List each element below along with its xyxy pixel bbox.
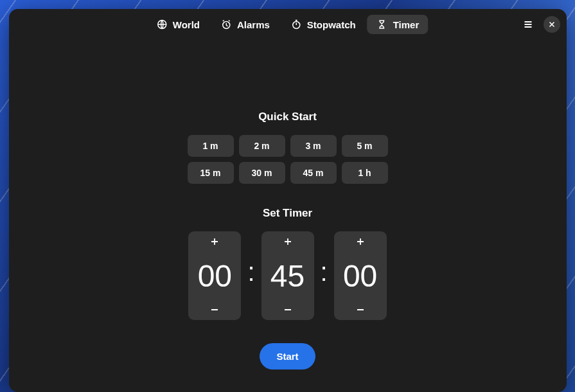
minus-icon — [283, 305, 292, 314]
preset-button[interactable]: 3 m — [290, 135, 337, 157]
preset-button[interactable]: 30 m — [239, 162, 285, 184]
tab-stopwatch[interactable]: Stopwatch — [281, 15, 365, 34]
preset-button[interactable]: 5 m — [342, 135, 388, 157]
hours-increment[interactable] — [188, 231, 241, 252]
tab-label: World — [173, 19, 200, 30]
start-button[interactable]: Start — [260, 343, 315, 370]
tab-label: Stopwatch — [307, 19, 356, 30]
preset-button[interactable]: 15 m — [188, 162, 234, 184]
globe-icon — [156, 19, 168, 30]
seconds-spinner: 00 — [334, 231, 387, 320]
timer-content: Quick Start 1 m 2 m 3 m 5 m 15 m 30 m 45… — [9, 40, 567, 392]
close-icon — [549, 21, 555, 28]
hours-value[interactable]: 00 — [188, 252, 241, 299]
preset-button[interactable]: 1 m — [188, 135, 234, 157]
hours-spinner: 00 — [188, 231, 241, 320]
tab-label: Alarms — [237, 19, 270, 30]
menu-button[interactable] — [518, 14, 538, 35]
preset-button[interactable]: 2 m — [239, 135, 285, 157]
tab-timer[interactable]: Timer — [367, 15, 429, 34]
minutes-value[interactable]: 45 — [261, 252, 314, 299]
plus-icon — [210, 237, 219, 246]
hourglass-icon — [376, 19, 388, 30]
minus-icon — [210, 305, 219, 314]
preset-button[interactable]: 45 m — [290, 162, 337, 184]
seconds-decrement[interactable] — [334, 299, 387, 320]
minutes-increment[interactable] — [261, 231, 314, 252]
time-separator: : — [321, 259, 328, 285]
minutes-spinner: 45 — [261, 231, 314, 320]
hours-decrement[interactable] — [188, 299, 241, 320]
tab-alarms[interactable]: Alarms — [211, 15, 279, 34]
time-separator: : — [247, 259, 254, 285]
set-timer-title: Set Timer — [263, 207, 312, 220]
close-button[interactable] — [544, 16, 560, 33]
minutes-decrement[interactable] — [261, 299, 314, 320]
quick-start-title: Quick Start — [258, 111, 317, 123]
plus-icon — [283, 237, 292, 246]
alarm-icon — [220, 19, 232, 30]
app-window: World Alarms Stopwatch — [9, 9, 567, 392]
tab-world[interactable]: World — [147, 15, 209, 34]
seconds-value[interactable]: 00 — [334, 252, 387, 299]
stopwatch-icon — [290, 19, 302, 30]
plus-icon — [356, 237, 365, 246]
header-controls — [518, 14, 560, 35]
minus-icon — [356, 305, 365, 314]
hamburger-icon — [523, 19, 533, 30]
preset-button[interactable]: 1 h — [342, 162, 388, 184]
tab-label: Timer — [393, 19, 420, 30]
quick-start-grid: 1 m 2 m 3 m 5 m 15 m 30 m 45 m 1 h — [188, 135, 388, 184]
timer-spinners: 00 : 45 — [188, 231, 386, 320]
header-bar: World Alarms Stopwatch — [9, 9, 567, 40]
view-switcher: World Alarms Stopwatch — [147, 15, 429, 34]
seconds-increment[interactable] — [334, 231, 387, 252]
